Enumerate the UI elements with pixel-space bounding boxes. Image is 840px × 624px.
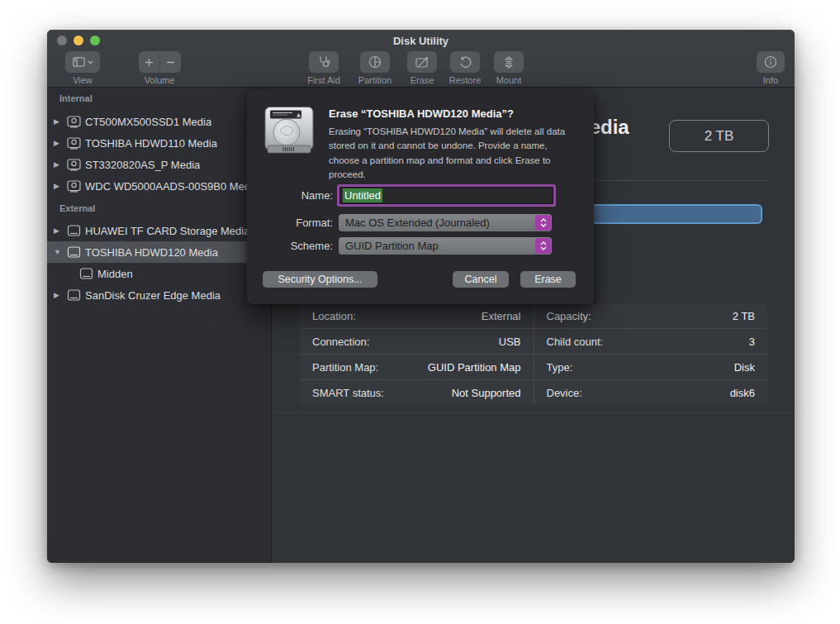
restore-button[interactable] bbox=[450, 51, 480, 73]
sidebar: Internal ▶ CT500MX500SSD1 Media ▶ TOSHIB… bbox=[47, 88, 272, 563]
external-disk-icon bbox=[67, 289, 85, 302]
window-chrome: Disk Utility View bbox=[47, 30, 795, 88]
partition-button[interactable] bbox=[360, 51, 390, 73]
sidebar-item-disk[interactable]: ▶ WDC WD5000AADS-00S9B0 Media bbox=[47, 175, 271, 197]
capacity-badge: 2 TB bbox=[669, 120, 769, 152]
sidebar-item-disk[interactable]: ▶ ST3320820AS_P Media bbox=[47, 154, 271, 175]
info-button[interactable] bbox=[757, 51, 785, 73]
cancel-button[interactable]: Cancel bbox=[453, 271, 509, 288]
info-row: Connection: USB bbox=[300, 329, 534, 355]
sidebar-item-disk[interactable]: ▶ HUAWEI TF CARD Storage Media bbox=[47, 220, 271, 241]
disk-utility-window: Disk Utility View bbox=[47, 30, 795, 563]
sidebar-item-disk-selected[interactable]: ▼ TOSHIBA HDWD120 Media bbox=[47, 241, 271, 263]
info-row: Capacity: 2 TB bbox=[534, 303, 768, 329]
restore-arrow-icon bbox=[459, 56, 472, 69]
toolbar-group-volume: Volume bbox=[131, 51, 188, 85]
toolbar-group-partition: Partition bbox=[351, 51, 399, 85]
toolbar-group-mount: Mount bbox=[490, 51, 528, 85]
disclosure-triangle-icon[interactable]: ▶ bbox=[54, 291, 67, 299]
popup-stepper-icon bbox=[535, 215, 551, 231]
info-row: SMART status: Not Supported bbox=[300, 380, 534, 405]
toolbar-group-info: Info bbox=[754, 51, 787, 85]
sidebar-item-disk[interactable]: ▶ TOSHIBA HDWD110 Media bbox=[47, 132, 271, 154]
sidebar-section-external: External bbox=[59, 203, 95, 213]
erase-dialog: Erase “TOSHIBA HDWD120 Media”? Erasing “… bbox=[247, 89, 594, 304]
partition-label: Partition bbox=[351, 75, 399, 85]
first-aid-label: First Aid bbox=[301, 75, 346, 85]
erase-tool-button[interactable] bbox=[407, 51, 437, 73]
mount-label: Mount bbox=[490, 75, 528, 85]
internal-disk-icon bbox=[67, 180, 85, 193]
name-input[interactable]: Untitled bbox=[339, 187, 553, 204]
info-column-right: Capacity: 2 TB Child count: 3 Type: Disk… bbox=[534, 303, 768, 405]
disclosure-triangle-icon[interactable]: ▶ bbox=[54, 182, 67, 190]
disclosure-triangle-icon[interactable]: ▼ bbox=[54, 248, 67, 256]
info-column-left: Location: External Connection: USB Parti… bbox=[300, 303, 534, 405]
name-label: Name: bbox=[247, 189, 333, 202]
info-row: Partition Map: GUID Partition Map bbox=[300, 355, 534, 380]
erase-icon bbox=[415, 56, 429, 69]
format-dropdown[interactable]: Mac OS Extended (Journaled) bbox=[339, 214, 552, 231]
toolbar-group-view: View bbox=[59, 51, 106, 85]
erase-confirm-button[interactable]: Erase bbox=[520, 271, 576, 288]
toolbar-group-restore: Restore bbox=[444, 51, 486, 85]
security-options-button[interactable]: Security Options... bbox=[263, 271, 377, 288]
sidebar-item-disk[interactable]: ▶ SanDisk Cruzer Edge Media bbox=[47, 284, 271, 306]
add-volume-button[interactable] bbox=[139, 51, 160, 73]
disclosure-triangle-icon[interactable]: ▶ bbox=[54, 226, 67, 235]
partition-pie-icon bbox=[368, 55, 382, 69]
disclosure-triangle-icon[interactable]: ▶ bbox=[54, 117, 67, 126]
restore-label: Restore bbox=[444, 75, 486, 85]
view-label: View bbox=[59, 75, 106, 85]
stethoscope-icon bbox=[317, 55, 330, 69]
external-disk-icon bbox=[67, 225, 85, 237]
scheme-dropdown[interactable]: GUID Partition Map bbox=[339, 237, 552, 255]
toolbar-group-erase: Erase bbox=[404, 51, 440, 85]
info-row: Location: External bbox=[300, 303, 534, 329]
disclosure-triangle-icon[interactable]: ▶ bbox=[54, 139, 67, 147]
window-title: Disk Utility bbox=[47, 35, 795, 47]
sidebar-item-disk[interactable]: ▶ CT500MX500SSD1 Media bbox=[47, 111, 271, 132]
remove-volume-button[interactable] bbox=[160, 51, 181, 73]
screenshot-stage: Disk Utility View bbox=[0, 0, 840, 624]
scheme-label: Scheme: bbox=[247, 240, 333, 252]
sidebar-layout-icon bbox=[73, 57, 85, 67]
format-label: Format: bbox=[247, 217, 333, 229]
erase-label: Erase bbox=[404, 75, 440, 85]
sidebar-item-volume[interactable]: Midden bbox=[47, 263, 271, 284]
info-row: Child count: 3 bbox=[534, 329, 768, 355]
volume-icon bbox=[79, 268, 97, 280]
info-label: Info bbox=[754, 75, 787, 85]
content-divider bbox=[272, 412, 795, 412]
first-aid-button[interactable] bbox=[309, 51, 339, 73]
toolbar-group-first-aid: First Aid bbox=[301, 51, 346, 85]
selected-text: Untitled bbox=[343, 188, 382, 202]
mount-eject-icon bbox=[504, 56, 514, 69]
hard-drive-icon bbox=[263, 106, 316, 159]
mount-button[interactable] bbox=[494, 51, 524, 73]
disclosure-triangle-icon[interactable]: ▶ bbox=[54, 160, 67, 169]
sidebar-section-internal: Internal bbox=[59, 93, 93, 103]
internal-disk-icon bbox=[67, 137, 85, 150]
info-row: Device: disk6 bbox=[534, 380, 768, 405]
internal-disk-icon bbox=[67, 159, 85, 171]
chevron-down-icon bbox=[88, 60, 93, 64]
dialog-message: Erasing “TOSHIBA HDWD120 Media” will del… bbox=[329, 125, 578, 182]
info-icon bbox=[764, 55, 777, 69]
view-button[interactable] bbox=[65, 51, 100, 73]
volume-label: Volume bbox=[131, 75, 188, 85]
dialog-title: Erase “TOSHIBA HDWD120 Media”? bbox=[329, 107, 514, 120]
internal-disk-icon bbox=[67, 116, 85, 128]
external-disk-icon bbox=[67, 246, 85, 259]
device-info-table: Location: External Connection: USB Parti… bbox=[300, 303, 767, 405]
info-row: Type: Disk bbox=[534, 355, 768, 380]
popup-stepper-icon bbox=[535, 238, 551, 254]
